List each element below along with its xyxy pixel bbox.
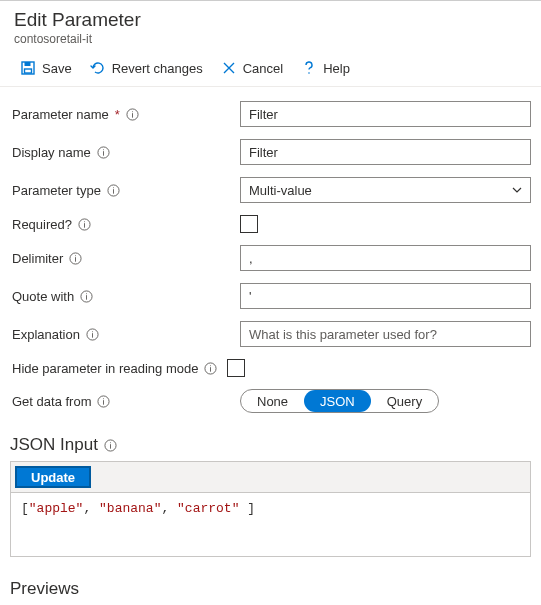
param-type-select[interactable] (240, 177, 531, 203)
display-name-input[interactable] (240, 139, 531, 165)
info-icon[interactable] (69, 252, 82, 265)
hide-param-label: Hide parameter in reading mode (12, 361, 198, 376)
help-icon (301, 60, 317, 76)
param-name-label: Parameter name (12, 107, 109, 122)
revert-label: Revert changes (112, 61, 203, 76)
required-label: Required? (12, 217, 72, 232)
info-icon[interactable] (80, 290, 93, 303)
info-icon[interactable] (204, 362, 217, 375)
help-button[interactable]: Help (301, 60, 350, 76)
previews-title: Previews (10, 579, 79, 599)
info-icon[interactable] (78, 218, 91, 231)
quote-with-input[interactable] (240, 283, 531, 309)
help-label: Help (323, 61, 350, 76)
save-label: Save (42, 61, 72, 76)
close-icon (221, 60, 237, 76)
info-icon[interactable] (86, 328, 99, 341)
revert-button[interactable]: Revert changes (90, 60, 203, 76)
json-code-editor[interactable]: ["apple", "banana", "carrot" ] (11, 493, 530, 557)
explanation-label: Explanation (12, 327, 80, 342)
delimiter-label: Delimiter (12, 251, 63, 266)
toolbar: Save Revert changes Cancel Help (0, 50, 541, 87)
required-checkbox[interactable] (240, 215, 258, 233)
info-icon[interactable] (126, 108, 139, 121)
undo-icon (90, 60, 106, 76)
json-section-title: JSON Input (10, 435, 98, 455)
cancel-label: Cancel (243, 61, 283, 76)
update-button[interactable]: Update (15, 466, 91, 488)
param-type-label: Parameter type (12, 183, 101, 198)
cancel-button[interactable]: Cancel (221, 60, 283, 76)
svg-rect-2 (25, 69, 32, 73)
save-button[interactable]: Save (20, 60, 72, 76)
get-data-segmented: None JSON Query (240, 389, 439, 413)
seg-none[interactable]: None (241, 390, 304, 412)
page-title: Edit Parameter (14, 9, 527, 31)
get-data-label: Get data from (12, 394, 91, 409)
hide-param-checkbox[interactable] (227, 359, 245, 377)
delimiter-input[interactable] (240, 245, 531, 271)
svg-point-3 (308, 72, 310, 74)
info-icon[interactable] (107, 184, 120, 197)
param-name-input[interactable] (240, 101, 531, 127)
info-icon[interactable] (97, 395, 110, 408)
info-icon[interactable] (104, 439, 117, 452)
svg-rect-1 (25, 62, 31, 66)
explanation-input[interactable] (240, 321, 531, 347)
seg-json[interactable]: JSON (304, 390, 371, 412)
required-asterisk: * (115, 107, 120, 122)
save-icon (20, 60, 36, 76)
page-subtitle: contosoretail-it (14, 32, 527, 46)
display-name-label: Display name (12, 145, 91, 160)
info-icon[interactable] (97, 146, 110, 159)
seg-query[interactable]: Query (371, 390, 438, 412)
json-input-panel: Update ["apple", "banana", "carrot" ] (10, 461, 531, 557)
quote-with-label: Quote with (12, 289, 74, 304)
